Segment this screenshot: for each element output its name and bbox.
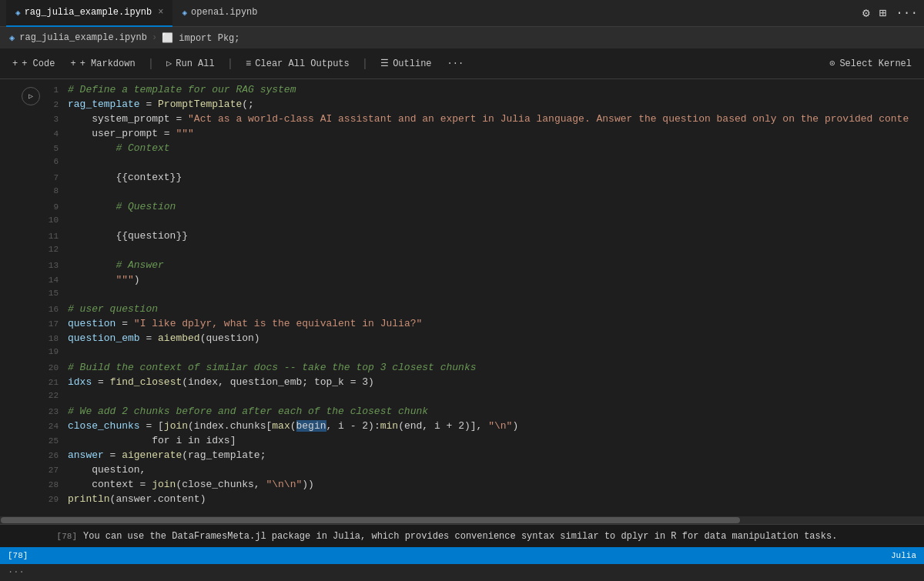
main-content: ▷ 1 # Define a template for our RAG syst… xyxy=(0,79,924,581)
cell-number-output: [78] xyxy=(46,532,77,541)
output-text: You can use the DataFramesMeta.jl packag… xyxy=(83,531,837,542)
outline-label: Outline xyxy=(393,58,431,69)
code-line-17: 17 question = "I like dplyr, what is the… xyxy=(46,318,910,332)
status-bar: [78] Julia xyxy=(0,547,924,564)
code-line-12: 12 xyxy=(46,245,910,259)
run-all-button[interactable]: ▷ Run All xyxy=(160,55,221,72)
toolbar: + + Code + + Markdown | ▷ Run All | ≡ Cl… xyxy=(0,48,924,79)
clear-outputs-button[interactable]: ≡ Clear All Outputs xyxy=(239,56,356,72)
code-line-7: 7 {{context}} xyxy=(46,172,910,186)
tab-rag-julia-label: rag_julia_example.ipynb xyxy=(25,7,152,18)
outline-button[interactable]: ☰ Outline xyxy=(374,55,437,72)
tab-rag-julia-close[interactable]: × xyxy=(158,7,163,18)
code-line-28: 28 context = join(close_chunks, "\n\n")) xyxy=(46,479,910,493)
tab-openai-label: openai.ipynb xyxy=(191,7,257,18)
bottom-section: [78] You can use the DataFramesMeta.jl p… xyxy=(0,524,924,581)
more-toolbar-icon: ··· xyxy=(447,58,464,69)
code-line-13: 13 # Answer xyxy=(46,259,910,274)
notebook-icon: ◈ xyxy=(15,8,21,18)
code-line-18: 18 question_emb = aiembed(question) xyxy=(46,332,910,347)
code-line-29: 29 println(answer.content) xyxy=(46,493,910,508)
toolbar-right: ⊙ Select Kernel xyxy=(823,55,918,72)
code-line-10: 10 xyxy=(46,215,910,230)
add-markdown-button[interactable]: + + Markdown xyxy=(64,56,141,72)
outline-icon: ☰ xyxy=(380,58,389,69)
code-line-26: 26 answer = aigenerate(rag_template; xyxy=(46,449,910,464)
more-icon[interactable]: ··· xyxy=(896,6,918,20)
code-line-27: 27 question, xyxy=(46,464,910,479)
title-bar-right: ⚙ ⊞ ··· xyxy=(862,5,918,21)
status-bar-right: Julia xyxy=(891,551,916,560)
tab-openai[interactable]: ◈ openai.ipynb xyxy=(172,0,266,27)
code-content: 1 # Define a template for our RAG system… xyxy=(46,84,924,508)
breadcrumb-notebook[interactable]: ◈ xyxy=(9,32,15,44)
add-markdown-icon: + xyxy=(70,58,75,69)
code-line-14: 14 """) xyxy=(46,274,910,289)
kernel-icon: ⊙ xyxy=(829,58,835,69)
more-toolbar-button[interactable]: ··· xyxy=(441,56,470,72)
breadcrumb: ◈ rag_julia_example.ipynb › ⬜ import Pkg… xyxy=(0,27,924,48)
toolbar-sep-2: | xyxy=(227,58,233,70)
breadcrumb-cell[interactable]: ⬜ import Pkg; xyxy=(162,32,239,44)
tab-rag-julia[interactable]: ◈ rag_julia_example.ipynb × xyxy=(6,0,172,27)
title-bar: ◈ rag_julia_example.ipynb × ◈ openai.ipy… xyxy=(0,0,924,27)
cell-wrapper: ▷ 1 # Define a template for our RAG syst… xyxy=(0,79,924,516)
add-code-label: + Code xyxy=(22,58,55,69)
code-line-9: 9 # Question xyxy=(46,201,910,215)
comment-1: # Define a template for our RAG system xyxy=(68,84,296,95)
breadcrumb-sep: › xyxy=(152,32,157,43)
cell-container: ▷ 1 # Define a template for our RAG syst… xyxy=(0,79,924,581)
ellipsis-bar[interactable]: ··· xyxy=(0,564,924,581)
code-line-5: 5 # Context xyxy=(46,142,910,157)
code-line-2: 2 rag_template = PromptTemplate(; xyxy=(46,99,910,113)
code-line-24: 24 close_chunks = [join(index.chunks[max… xyxy=(46,420,910,435)
code-line-20: 20 # Build the context of similar docs -… xyxy=(46,362,910,376)
status-language: Julia xyxy=(891,551,916,560)
cell-gutter: ▷ xyxy=(0,79,46,516)
layout-icon[interactable]: ⊞ xyxy=(879,5,887,21)
code-line-11: 11 {{question}} xyxy=(46,230,910,245)
select-kernel-label: Select Kernel xyxy=(839,58,912,69)
toolbar-sep-3: | xyxy=(362,58,368,70)
horizontal-scrollbar[interactable] xyxy=(0,516,924,524)
scrollbar-thumb[interactable] xyxy=(1,517,740,523)
run-all-icon: ▷ xyxy=(166,58,172,69)
code-line-6: 6 xyxy=(46,157,910,172)
code-line-19: 19 xyxy=(46,347,910,362)
run-all-label: Run All xyxy=(176,58,214,69)
code-line-1: 1 # Define a template for our RAG system xyxy=(46,84,910,99)
select-kernel-button[interactable]: ⊙ Select Kernel xyxy=(823,55,918,72)
code-line-8: 8 xyxy=(46,186,910,201)
cell-output: [78] You can use the DataFramesMeta.jl p… xyxy=(0,524,924,547)
add-code-button[interactable]: + + Code xyxy=(6,56,61,72)
code-line-15: 15 xyxy=(46,289,910,303)
add-icon: + xyxy=(12,58,18,69)
status-cell-num: [78] xyxy=(8,551,28,560)
run-cell-button[interactable]: ▷ xyxy=(22,87,40,105)
add-markdown-label: + Markdown xyxy=(80,58,136,69)
code-line-21: 21 idxs = find_closest(index, question_e… xyxy=(46,376,910,391)
toolbar-sep-1: | xyxy=(148,58,154,70)
code-editor[interactable]: 1 # Define a template for our RAG system… xyxy=(46,79,924,516)
code-line-23: 23 # We add 2 chunks before and after ea… xyxy=(46,406,910,420)
code-line-3: 3 system_prompt = "Act as a world-class … xyxy=(46,113,910,128)
code-line-16: 16 # user question xyxy=(46,303,910,318)
clear-outputs-label: Clear All Outputs xyxy=(255,58,349,69)
ellipsis-label: ··· xyxy=(8,567,25,578)
clear-icon: ≡ xyxy=(246,58,251,69)
code-line-22: 22 xyxy=(46,391,910,406)
code-line-25: 25 for i in idxs] xyxy=(46,435,910,449)
notebook-icon-2: ◈ xyxy=(182,8,187,18)
settings-icon[interactable]: ⚙ xyxy=(862,5,870,21)
code-line-4: 4 user_prompt = """ xyxy=(46,128,910,142)
breadcrumb-notebook-name[interactable]: rag_julia_example.ipynb xyxy=(19,32,147,43)
